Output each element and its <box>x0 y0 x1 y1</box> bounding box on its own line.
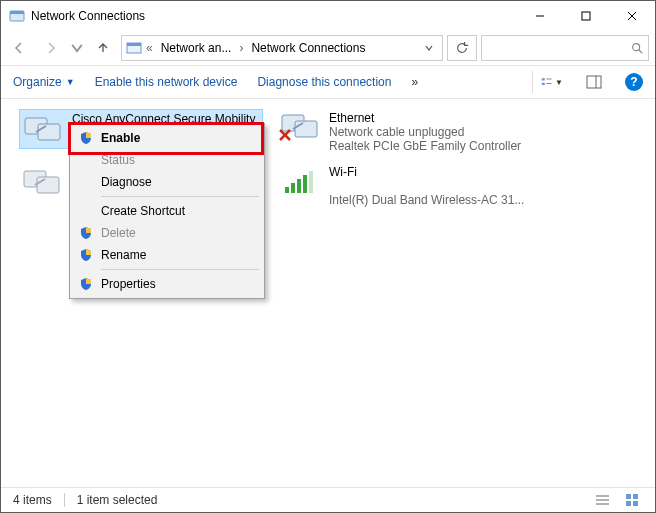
view-options-button[interactable]: ▼ <box>532 71 563 93</box>
shield-icon <box>79 277 93 291</box>
svg-rect-1 <box>10 11 24 14</box>
help-button[interactable]: ? <box>625 73 643 91</box>
content-area[interactable]: Cisco AnyConnect Secure Mobility Etherne… <box>1 99 655 487</box>
svg-rect-31 <box>309 171 313 193</box>
adapter-wifi[interactable]: Wi-Fi Intel(R) Dual Band Wireless-AC 31.… <box>279 165 529 207</box>
svg-rect-3 <box>582 12 590 20</box>
svg-rect-23 <box>295 121 317 137</box>
ctx-status: Status <box>73 149 261 171</box>
breadcrumb-item-2[interactable]: Network Connections <box>247 36 369 60</box>
adapter-device: Intel(R) Dual Band Wireless-AC 31... <box>329 193 524 207</box>
svg-point-8 <box>633 44 640 51</box>
adapter-name: Ethernet <box>329 111 521 125</box>
adapter-device: Realtek PCIe GbE Family Controller <box>329 139 521 153</box>
refresh-button[interactable] <box>447 35 477 61</box>
wifi-signal-icon <box>279 165 321 199</box>
ctx-enable[interactable]: Enable <box>73 127 261 149</box>
item-count: 4 items <box>13 493 52 507</box>
titlebar: Network Connections <box>1 1 655 31</box>
diagnose-command[interactable]: Diagnose this connection <box>257 75 391 89</box>
breadcrumb-item-1[interactable]: Network an... <box>157 36 236 60</box>
maximize-button[interactable] <box>563 1 609 31</box>
shield-icon <box>79 131 93 145</box>
svg-rect-20 <box>37 177 59 193</box>
shield-icon <box>79 248 93 262</box>
selection-count: 1 item selected <box>77 493 158 507</box>
command-bar: Organize▼ Enable this network device Dia… <box>1 66 655 99</box>
svg-rect-37 <box>626 501 631 506</box>
adapter-ethernet[interactable]: Ethernet Network cable unplugged Realtek… <box>279 111 529 153</box>
app-icon <box>9 8 25 24</box>
ctx-separator <box>101 196 259 197</box>
adapter-name: Wi-Fi <box>329 165 524 179</box>
breadcrumb-dropdown[interactable] <box>420 43 438 53</box>
context-menu: Enable Status Diagnose Create Shortcut D… <box>69 123 265 299</box>
svg-rect-17 <box>38 124 60 140</box>
ctx-diagnose[interactable]: Diagnose <box>73 171 261 193</box>
svg-rect-35 <box>626 494 631 499</box>
forward-button[interactable] <box>37 35 65 61</box>
back-button[interactable] <box>5 35 33 61</box>
svg-rect-29 <box>297 179 301 193</box>
status-bar: 4 items 1 item selected <box>1 487 655 512</box>
close-button[interactable] <box>609 1 655 31</box>
window-title: Network Connections <box>31 9 517 23</box>
network-adapter-icon <box>21 165 63 199</box>
details-view-button[interactable] <box>595 493 613 507</box>
ctx-separator <box>101 269 259 270</box>
svg-rect-38 <box>633 501 638 506</box>
chevron-down-icon: ▼ <box>66 77 75 87</box>
ctx-create-shortcut[interactable]: Create Shortcut <box>73 200 261 222</box>
search-input[interactable] <box>481 35 649 61</box>
adapter-status: Network cable unplugged <box>329 125 521 139</box>
svg-rect-11 <box>542 83 545 85</box>
overflow-chevron[interactable]: » <box>411 75 418 89</box>
up-button[interactable] <box>89 35 117 61</box>
shield-icon <box>79 226 93 240</box>
search-icon <box>630 41 644 55</box>
ctx-rename[interactable]: Rename <box>73 244 261 266</box>
network-adapter-icon <box>22 112 64 146</box>
recent-button[interactable] <box>69 35 85 61</box>
svg-rect-10 <box>542 78 545 80</box>
preview-pane-button[interactable] <box>583 71 605 93</box>
svg-rect-36 <box>633 494 638 499</box>
svg-rect-7 <box>127 43 141 46</box>
svg-rect-27 <box>285 187 289 193</box>
minimize-button[interactable] <box>517 1 563 31</box>
svg-rect-30 <box>303 175 307 193</box>
adapter-status <box>329 179 524 193</box>
ctx-delete: Delete <box>73 222 261 244</box>
breadcrumb-sep: « <box>144 41 155 55</box>
svg-rect-14 <box>587 76 601 88</box>
enable-device-command[interactable]: Enable this network device <box>95 75 238 89</box>
organize-menu[interactable]: Organize▼ <box>13 75 75 89</box>
navbar: « Network an... › Network Connections <box>1 31 655 66</box>
chevron-right-icon[interactable]: › <box>237 41 245 55</box>
icons-view-button[interactable] <box>625 493 643 507</box>
svg-line-9 <box>639 50 643 54</box>
window: Network Connections « Network an... › Ne… <box>0 0 656 513</box>
ctx-properties[interactable]: Properties <box>73 273 261 295</box>
control-panel-icon <box>126 40 142 56</box>
svg-rect-28 <box>291 183 295 193</box>
statusbar-sep <box>64 493 65 507</box>
breadcrumb[interactable]: « Network an... › Network Connections <box>121 35 443 61</box>
network-adapter-icon <box>279 111 321 145</box>
